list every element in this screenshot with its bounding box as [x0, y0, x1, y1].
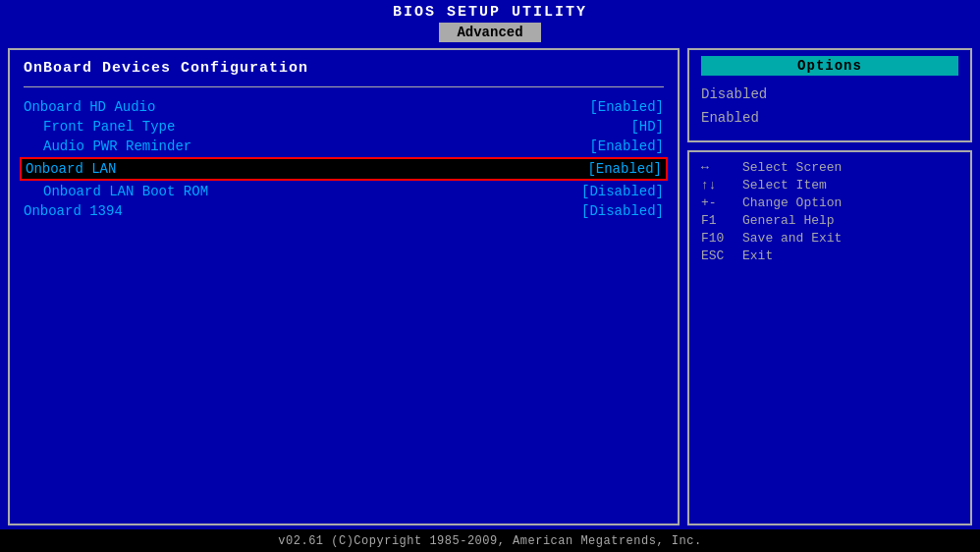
- main-content: OnBoard Devices Configuration Onboard HD…: [0, 42, 980, 525]
- row-audio-pwr-reminder[interactable]: Audio PWR Reminder [Enabled]: [24, 137, 664, 156]
- key-select-screen: ↔ Select Screen: [701, 160, 958, 175]
- row-onboard-hd-audio[interactable]: Onboard HD Audio [Enabled]: [24, 97, 664, 117]
- row-onboard-lan-boot-rom[interactable]: Onboard LAN Boot ROM [Disabled]: [24, 182, 664, 201]
- row-front-panel-type[interactable]: Front Panel Type [HD]: [24, 117, 664, 137]
- config-table: Onboard HD Audio [Enabled] Front Panel T…: [24, 97, 664, 221]
- row-onboard-lan[interactable]: Onboard LAN [Enabled]: [20, 157, 668, 181]
- options-box: Options Disabled Enabled: [687, 48, 972, 142]
- right-panel: Options Disabled Enabled ↔ Select Screen…: [687, 48, 972, 525]
- row-onboard-1394[interactable]: Onboard 1394 [Disabled]: [24, 201, 664, 221]
- key-symbol-f1: F1: [701, 213, 742, 228]
- tab-advanced[interactable]: Advanced: [439, 23, 540, 42]
- option-disabled[interactable]: Disabled: [701, 83, 958, 107]
- key-symbol-plusminus: +-: [701, 195, 742, 210]
- key-f1: F1 General Help: [701, 213, 958, 228]
- key-select-item: ↑↓ Select Item: [701, 178, 958, 193]
- title-bar: BIOS SETUP UTILITY: [0, 0, 980, 23]
- options-title: Options: [701, 56, 958, 76]
- key-symbol-arrows-ud: ↑↓: [701, 178, 742, 193]
- key-esc: ESC Exit: [701, 248, 958, 263]
- panel-title: OnBoard Devices Configuration: [24, 60, 664, 77]
- divider: [24, 86, 664, 87]
- left-panel: OnBoard Devices Configuration Onboard HD…: [8, 48, 680, 525]
- footer: v02.61 (C)Copyright 1985-2009, American …: [0, 529, 980, 552]
- key-f10: F10 Save and Exit: [701, 231, 958, 246]
- keys-box: ↔ Select Screen ↑↓ Select Item +- Change…: [687, 150, 972, 525]
- key-symbol-f10: F10: [701, 231, 742, 246]
- key-symbol-arrows-lr: ↔: [701, 160, 742, 175]
- tab-row: Advanced: [0, 23, 980, 42]
- bios-screen: BIOS SETUP UTILITY Advanced OnBoard Devi…: [0, 0, 980, 552]
- key-change-option: +- Change Option: [701, 195, 958, 210]
- bios-title: BIOS SETUP UTILITY: [393, 4, 587, 21]
- option-enabled[interactable]: Enabled: [701, 107, 958, 131]
- key-symbol-esc: ESC: [701, 248, 742, 263]
- options-list: Disabled Enabled: [701, 83, 958, 131]
